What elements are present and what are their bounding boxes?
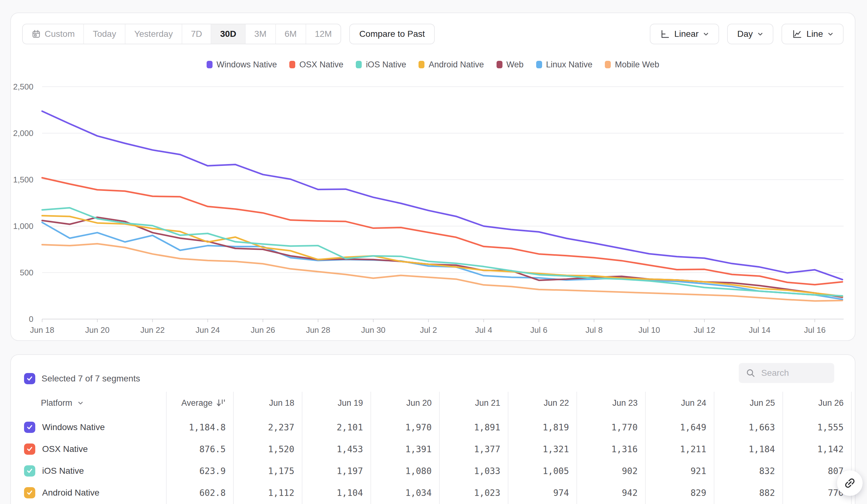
table-row-ios-native: iOS Native623.91,1751,1971,0801,0331,005…	[11, 460, 851, 482]
legend-item-android-native[interactable]: Android Native	[418, 60, 484, 69]
segment-checkbox[interactable]	[24, 465, 35, 476]
compare-to-past-label: Compare to Past	[359, 29, 425, 39]
range-yesterday[interactable]: Yesterday	[126, 24, 182, 44]
calendar-icon	[32, 29, 41, 39]
x-axis-tick-label: Jul 10	[639, 325, 660, 335]
search-input[interactable]	[761, 368, 827, 378]
column-header-label: Jun 20	[406, 398, 432, 408]
chart-toolbar: CustomTodayYesterday7D30D3M6M12M Compare…	[22, 24, 844, 44]
range-label: 30D	[220, 29, 236, 39]
chart-type-dropdown-label: Line	[806, 29, 823, 39]
value-cell: 1,316	[576, 444, 645, 454]
compare-to-past-button[interactable]: Compare to Past	[349, 24, 435, 44]
column-header-jun-25[interactable]: Jun 25	[714, 398, 782, 408]
y-axis-tick-label: 2,500	[13, 82, 33, 91]
range-label: 6M	[285, 29, 297, 39]
column-header-jun-18[interactable]: Jun 18	[233, 398, 302, 408]
value-cell: 1,211	[645, 444, 714, 454]
value-cell: 921	[645, 466, 714, 476]
legend-label: Mobile Web	[615, 60, 659, 69]
column-header-jun-24[interactable]: Jun 24	[645, 398, 714, 408]
line-chart: 05001,0001,5002,0002,500Jun 18Jun 20Jun …	[11, 72, 856, 353]
column-header-jun-26[interactable]: Jun 26	[782, 398, 851, 408]
table-body: Windows Native1,184.82,2372,1011,9701,89…	[11, 416, 851, 504]
legend-swatch	[207, 61, 213, 68]
value-cell: 2,237	[233, 422, 302, 432]
scale-dropdown[interactable]: Linear	[650, 24, 719, 44]
legend-label: Linux Native	[546, 60, 593, 69]
value-cell: 1,184.8	[166, 422, 233, 432]
value-cell: 2,101	[302, 422, 371, 432]
value-cell: 902	[576, 466, 645, 476]
range-today[interactable]: Today	[84, 24, 126, 44]
column-header-average[interactable]: Average	[166, 398, 233, 408]
segment-checkbox[interactable]	[24, 443, 35, 455]
value-cell: 1,649	[645, 422, 714, 432]
chart-card: CustomTodayYesterday7D30D3M6M12M Compare…	[10, 12, 855, 341]
column-header-jun-21[interactable]: Jun 21	[439, 398, 508, 408]
range-12m[interactable]: 12M	[306, 24, 341, 44]
range-3m[interactable]: 3M	[246, 24, 276, 44]
value-cell: 1,197	[302, 466, 371, 476]
value-cell: 623.9	[166, 466, 233, 476]
column-separator	[166, 392, 167, 504]
line-chart-icon	[791, 29, 802, 39]
column-separator	[645, 392, 646, 504]
share-link-button[interactable]	[837, 470, 863, 496]
interval-dropdown[interactable]: Day	[727, 24, 773, 44]
legend-item-windows-native[interactable]: Windows Native	[207, 60, 277, 69]
legend-item-ios-native[interactable]: iOS Native	[356, 60, 406, 69]
y-axis-tick-label: 1,000	[13, 221, 33, 231]
range-30d[interactable]: 30D	[211, 24, 245, 44]
column-header-label: Jun 21	[475, 398, 500, 408]
range-6m[interactable]: 6M	[276, 24, 306, 44]
legend-item-web[interactable]: Web	[496, 60, 524, 69]
series-line-windows-native[interactable]	[42, 111, 842, 280]
x-axis-tick-label: Jun 18	[30, 325, 54, 335]
legend-item-osx-native[interactable]: OSX Native	[289, 60, 343, 69]
column-header-jun-20[interactable]: Jun 20	[371, 398, 439, 408]
checkmark-icon	[26, 489, 33, 496]
table-header-row: PlatformAverageJun 18Jun 19Jun 20Jun 21J…	[11, 392, 851, 414]
legend-label: Web	[506, 60, 524, 69]
y-axis-tick-label: 1,500	[13, 175, 33, 184]
sort-descending-icon	[216, 399, 226, 407]
value-cell: 974	[508, 488, 576, 498]
legend-label: Windows Native	[217, 60, 277, 69]
x-axis-tick-label: Jul 16	[804, 325, 825, 335]
value-cell: 1,321	[508, 444, 576, 454]
legend-item-linux-native[interactable]: Linux Native	[536, 60, 593, 69]
segment-checkbox[interactable]	[24, 422, 35, 433]
x-axis-tick-label: Jun 20	[85, 325, 109, 335]
chart-type-dropdown[interactable]: Line	[781, 24, 844, 44]
x-axis-tick-label: Jul 2	[420, 325, 437, 335]
segment-cell: Windows Native	[11, 422, 166, 433]
select-all-checkbox[interactable]	[24, 373, 35, 384]
value-cell: 602.8	[166, 488, 233, 498]
segment-name: Windows Native	[42, 422, 105, 432]
search-box	[739, 363, 834, 383]
column-header-label: Jun 22	[544, 398, 569, 408]
legend-swatch	[418, 61, 425, 68]
segment-checkbox[interactable]	[24, 487, 35, 498]
x-axis-tick-label: Jul 4	[475, 325, 492, 335]
value-cell: 1,453	[302, 444, 371, 454]
range-7d[interactable]: 7D	[182, 24, 212, 44]
series-line-osx-native[interactable]	[42, 178, 842, 285]
column-header-platform[interactable]: Platform	[11, 398, 166, 408]
column-header-jun-22[interactable]: Jun 22	[508, 398, 576, 408]
value-cell: 1,555	[782, 422, 851, 432]
column-header-jun-19[interactable]: Jun 19	[302, 398, 371, 408]
legend-item-mobile-web[interactable]: Mobile Web	[605, 60, 659, 69]
column-header-jun-23[interactable]: Jun 23	[576, 398, 645, 408]
checkmark-icon	[26, 375, 33, 382]
value-cell: 829	[645, 488, 714, 498]
legend-swatch	[605, 61, 611, 68]
value-cell: 1,023	[439, 488, 508, 498]
select-all-row: Selected 7 of 7 segments	[24, 373, 140, 384]
column-separator	[233, 392, 234, 504]
segment-name: Android Native	[42, 488, 99, 498]
range-custom[interactable]: Custom	[23, 24, 84, 44]
legend-swatch	[536, 61, 542, 68]
column-header-label: Platform	[41, 398, 72, 408]
